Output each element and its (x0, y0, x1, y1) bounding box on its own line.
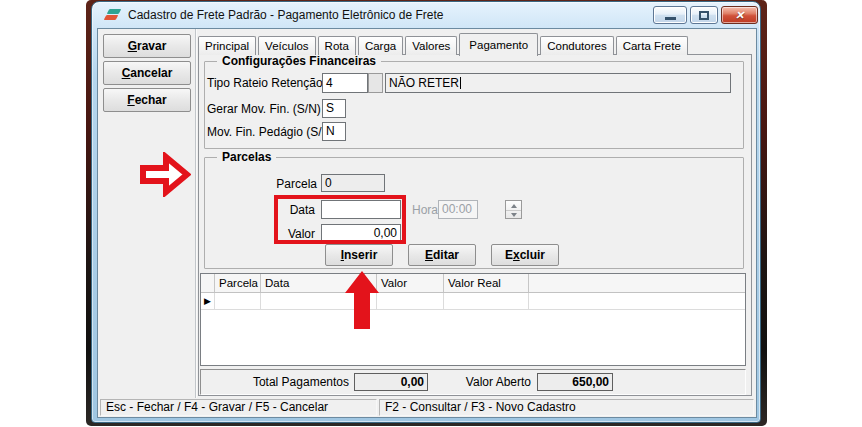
tipo-rateio-description-field[interactable]: NÃO RETER (385, 73, 731, 93)
grid-col-parcela[interactable]: Parcela (215, 274, 261, 292)
tab-valores[interactable]: Valores (405, 36, 457, 55)
gerar-mov-fin-field[interactable]: S (322, 99, 346, 118)
gravar-button[interactable]: Gravar (103, 34, 191, 58)
grid-cell[interactable] (444, 293, 529, 310)
parcela-field[interactable]: 0 (321, 174, 385, 192)
sidebar-divider (195, 29, 197, 398)
button-label: Gravar (128, 39, 167, 53)
minimize-button[interactable] (653, 6, 687, 24)
hora-field[interactable]: 00:00 (438, 200, 478, 219)
close-button[interactable]: ✕ (721, 6, 758, 24)
spin-down-icon (511, 213, 517, 217)
tab-bar: Principal Veículos Rota Carga Valores Pa… (198, 32, 688, 55)
tab-principal[interactable]: Principal (198, 36, 256, 55)
hora-spinner[interactable] (505, 200, 522, 219)
status-panel-left: Esc - Fechar / F4 - Gravar / F5 - Cancel… (100, 399, 377, 416)
tab-carga[interactable]: Carga (358, 36, 403, 55)
tab-veiculos[interactable]: Veículos (258, 36, 315, 55)
spin-down-button[interactable] (506, 210, 521, 219)
grid-row-indicator-cell: ▶ (201, 293, 215, 310)
button-label: Editar (425, 248, 459, 262)
grid-cell (529, 293, 745, 310)
grid-cell[interactable] (261, 293, 377, 310)
valor-label: Valor (207, 227, 315, 241)
grid-col-data[interactable]: Data (261, 274, 377, 292)
description-text: NÃO RETER (389, 76, 459, 90)
close-icon: ✕ (735, 10, 744, 21)
tab-page-pagamento: Configurações Financeiras Tipo Rateio Re… (198, 54, 752, 396)
window-body: Gravar Cancelar Fechar Principal Veículo… (97, 28, 757, 418)
minimize-icon (665, 17, 676, 20)
tab-carta-frete[interactable]: Carta Frete (616, 36, 688, 55)
text-caret (460, 77, 461, 89)
grid-cell[interactable] (215, 293, 261, 310)
gerar-mov-fin-label: Gerar Mov. Fin. (S/N) (207, 102, 318, 116)
group-parcelas: Parcelas Parcela 0 Data Hora 00:00 Valor… (204, 157, 744, 269)
tipo-rateio-lookup-button[interactable] (368, 73, 383, 93)
maximize-button[interactable] (690, 6, 718, 24)
maximize-icon (699, 11, 709, 20)
app-window: Cadastro de Frete Padrão - Pagamento Ele… (91, 1, 761, 423)
button-label: Excluir (505, 248, 545, 262)
total-pagamentos-field: 0,00 (354, 373, 428, 391)
grid-cell[interactable] (377, 293, 444, 310)
app-logo-icon (104, 8, 122, 22)
grid-header-row: Parcela Data Valor Valor Real (201, 274, 745, 293)
tab-pagamento[interactable]: Pagamento (459, 33, 538, 56)
tipo-rateio-label: Tipo Rateio Retenção (207, 76, 318, 90)
excluir-button[interactable]: Excluir (491, 244, 559, 266)
status-bar: Esc - Fechar / F4 - Gravar / F5 - Cancel… (98, 398, 756, 417)
cancelar-button[interactable]: Cancelar (103, 61, 191, 85)
group-title: Parcelas (217, 150, 276, 164)
fechar-button[interactable]: Fechar (103, 88, 191, 112)
grid-empty-row[interactable]: ▶ (201, 293, 745, 310)
valor-aberto-field: 650,00 (537, 373, 613, 391)
valor-field[interactable]: 0,00 (321, 224, 401, 243)
parcela-label: Parcela (207, 177, 317, 191)
data-label: Data (207, 203, 315, 217)
group-configuracoes-financeiras: Configurações Financeiras Tipo Rateio Re… (204, 61, 744, 149)
titlebar[interactable]: Cadastro de Frete Padrão - Pagamento Ele… (92, 2, 760, 28)
current-row-indicator-icon: ▶ (201, 293, 214, 309)
mov-fin-pedagio-field[interactable]: N (322, 122, 346, 141)
totals-panel: Total Pagamentos 0,00 Valor Aberto 650,0… (200, 369, 746, 395)
window-title: Cadastro de Frete Padrão - Pagamento Ele… (128, 8, 444, 22)
screenshot-root: Cadastro de Frete Padrão - Pagamento Ele… (0, 0, 862, 427)
button-label: Fechar (127, 93, 166, 107)
grid-col-valor[interactable]: Valor (377, 274, 444, 292)
inserir-button[interactable]: Inserir (325, 244, 393, 266)
annotation-arrow-right-icon (139, 152, 191, 197)
tab-condutores[interactable]: Condutores (540, 36, 613, 55)
valor-aberto-label: Valor Aberto (441, 375, 531, 389)
grid-col-filler (529, 274, 745, 292)
spin-up-button[interactable] (506, 201, 521, 210)
total-pagamentos-label: Total Pagamentos (207, 375, 349, 389)
grid-indicator-header (201, 274, 215, 292)
mov-fin-pedagio-label: Mov. Fin. Pedágio (S/N) (207, 125, 318, 139)
data-field[interactable] (321, 200, 401, 219)
tipo-rateio-code-field[interactable]: 4 (322, 73, 368, 93)
button-label: Inserir (341, 248, 378, 262)
spin-up-icon (511, 204, 517, 208)
group-title: Configurações Financeiras (217, 54, 381, 68)
status-panel-right: F2 - Consultar / F3 - Novo Cadastro (379, 399, 754, 416)
tab-rota[interactable]: Rota (318, 36, 356, 55)
editar-button[interactable]: Editar (408, 244, 476, 266)
parcelas-grid[interactable]: Parcela Data Valor Valor Real ▶ (200, 273, 746, 366)
button-label: Cancelar (122, 66, 173, 80)
grid-col-valor-real[interactable]: Valor Real (444, 274, 529, 292)
